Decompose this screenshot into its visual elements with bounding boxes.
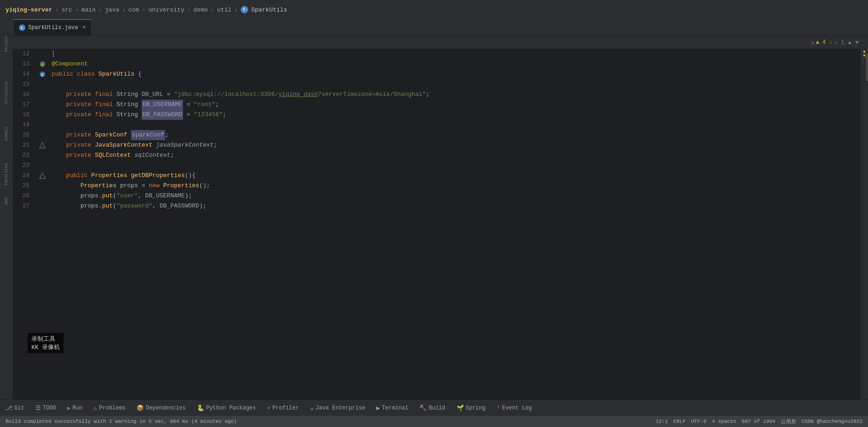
error-marker-1: [863, 51, 865, 53]
svg-marker-4: [40, 142, 45, 148]
line-num-18: 18: [13, 110, 32, 120]
nav-down-button[interactable]: ▼: [855, 39, 859, 46]
sidebar-favorites[interactable]: Favorites: [1, 169, 12, 180]
code-editor[interactable]: │ @Component public class SparkUtils { p…: [48, 49, 861, 399]
toolbar-java-enterprise[interactable]: ☕ Java Enterprise: [304, 400, 371, 416]
warning-count[interactable]: ⚠ ▲ 4: [811, 39, 826, 46]
status-message: Build completed successfully with 1 warn…: [6, 419, 652, 424]
toolbar-problems[interactable]: ⚠ Problems: [88, 400, 131, 416]
event-log-icon: !: [497, 404, 500, 411]
code-line-16: private final String DB_URL = "jdbc:mysq…: [52, 89, 861, 100]
line-num-16: 16: [13, 89, 32, 100]
build-icon: 🔨: [419, 404, 427, 412]
line-numbers: 12 13 14 15 16 17 18 19 20 21 22 23 24 2…: [13, 49, 37, 399]
breadcrumb-main[interactable]: main: [81, 6, 95, 13]
toolbar-spring-label: Spring: [466, 405, 486, 411]
toolbar-terminal-label: Terminal: [382, 405, 409, 411]
python-packages-icon: 🐍: [197, 404, 204, 412]
code-line-24: public Properties getDBProperties(){: [52, 171, 861, 181]
toolbar-todo-label: TODO: [43, 405, 56, 411]
ok-count[interactable]: ✓ ✓ 1: [830, 39, 844, 46]
tab-close-button[interactable]: ×: [83, 24, 86, 31]
status-crlf[interactable]: CRLF: [673, 419, 685, 424]
breadcrumb: yiqing-server › src › main › java › com …: [0, 0, 868, 19]
status-indent[interactable]: 4 spaces: [712, 419, 737, 424]
ok-icon: ✓: [830, 39, 833, 46]
gutter-icons: ✓ C: [37, 49, 48, 399]
line-num-22: 22: [13, 150, 32, 160]
status-extra: CSDN @haochengxu2022: [802, 419, 862, 424]
toolbar-spring[interactable]: 🌱 Spring: [451, 400, 491, 416]
breadcrumb-class[interactable]: SparkUtils: [251, 6, 287, 13]
line-num-27: 27: [13, 201, 32, 211]
status-lines: 607 of 1994: [742, 419, 775, 424]
code-container: 12 13 14 15 16 17 18 19 20 21 22 23 24 2…: [13, 49, 868, 399]
breadcrumb-university[interactable]: university: [149, 6, 184, 13]
line-num-26: 26: [13, 191, 32, 201]
toolbar-event-log[interactable]: ! Event Log: [491, 400, 538, 416]
profiler-icon: ⚡: [267, 404, 271, 412]
line-num-15: 15: [13, 79, 32, 89]
toolbar-dependencies-label: Dependencies: [146, 405, 185, 411]
sidebar-commit[interactable]: Commit: [1, 128, 12, 139]
toolbar-python-packages[interactable]: 🐍 Python Packages: [191, 400, 262, 416]
toolbar-build-label: Build: [428, 405, 445, 411]
tab-label: SparkUtils.java: [28, 24, 78, 31]
error-marker-2: [863, 54, 865, 56]
toolbar-profiler-label: Profiler: [273, 405, 299, 411]
toolbar-build[interactable]: 🔨 Build: [414, 400, 451, 416]
toolbar-run[interactable]: ▶ Run: [61, 400, 88, 416]
toolbar-terminal[interactable]: ▶ Terminal: [371, 400, 414, 416]
scrollbar-thumb[interactable]: [866, 53, 868, 81]
git-icon: ⎇: [6, 404, 12, 412]
toolbar-python-packages-label: Python Packages: [206, 405, 256, 411]
toolbar-git[interactable]: ⎇ Git: [0, 400, 30, 416]
line-num-12: 12: [13, 49, 32, 59]
tab-sparkutils[interactable]: C SparkUtils.java ×: [13, 19, 92, 36]
left-sidebar: Project Structure Commit Favorites Web: [0, 36, 13, 399]
todo-icon: ☰: [36, 404, 41, 412]
toolbar-problems-label: Problems: [99, 405, 126, 411]
breadcrumb-src[interactable]: src: [61, 6, 72, 13]
breadcrumb-com[interactable]: com: [129, 6, 139, 13]
sidebar-project[interactable]: Project: [1, 38, 12, 49]
sidebar-structure[interactable]: Structure: [1, 88, 12, 99]
toolbar-git-label: Git: [14, 405, 24, 411]
status-encoding[interactable]: UTF-8: [691, 419, 707, 424]
toolbar-dependencies[interactable]: 📦 Dependencies: [131, 400, 191, 416]
status-user: 公用房: [781, 418, 796, 425]
breadcrumb-project[interactable]: yiqing-server: [6, 6, 52, 13]
dependencies-icon: 📦: [137, 404, 144, 412]
code-line-15: [52, 79, 861, 89]
toolbar-run-label: Run: [72, 405, 83, 411]
status-right: 12:1 CRLF UTF-8 4 spaces 607 of 1994 公用房…: [656, 418, 862, 425]
nav-up-button[interactable]: ▲: [848, 39, 851, 46]
tab-bar: C SparkUtils.java ×: [0, 19, 868, 36]
code-line-14: public class SparkUtils {: [52, 69, 861, 79]
code-line-23: [52, 160, 861, 171]
line-num-13: 13: [13, 59, 32, 69]
editor-area: ⚠ ▲ 4 ✓ ✓ 1 ▲ ▼ 12 13 14 15 16 17 18 19 …: [13, 36, 868, 399]
toolbar-profiler[interactable]: ⚡ Profiler: [262, 400, 304, 416]
toolbar-event-log-label: Event Log: [502, 405, 532, 411]
status-bar: Build completed successfully with 1 warn…: [0, 416, 868, 427]
bottom-toolbar: ⎇ Git ☰ TODO ▶ Run ⚠ Problems 📦 Dependen…: [0, 399, 868, 416]
code-line-22: private SQLContext sqlContext;: [52, 150, 861, 160]
breadcrumb-util[interactable]: util: [217, 6, 232, 13]
status-position[interactable]: 12:1: [656, 419, 668, 424]
code-line-12: │: [52, 49, 861, 59]
class-icon: C: [241, 6, 248, 13]
sidebar-web[interactable]: Web: [1, 196, 12, 207]
code-line-17: private final String DB_USERNAME = "root…: [52, 100, 861, 110]
breadcrumb-java[interactable]: java: [105, 6, 119, 13]
right-scrollbar[interactable]: [861, 49, 868, 399]
code-line-25: Properties props = new Properties();: [52, 181, 861, 191]
java-enterprise-icon: ☕: [310, 404, 314, 412]
toolbar-todo[interactable]: ☰ TODO: [30, 400, 62, 416]
code-line-19: [52, 120, 861, 130]
svg-marker-5: [40, 173, 45, 178]
problems-icon: ⚠: [94, 404, 97, 412]
tab-file-icon: C: [19, 24, 25, 31]
line-num-21: 21: [13, 140, 32, 150]
breadcrumb-demo[interactable]: demo: [194, 6, 208, 13]
